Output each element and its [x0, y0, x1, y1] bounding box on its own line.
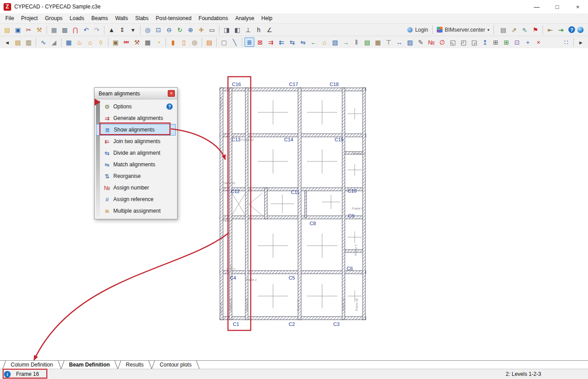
image-grid-icon[interactable]: ▦ — [49, 25, 59, 34]
minimize-button[interactable]: — — [526, 0, 547, 13]
column-tool2-icon[interactable]: ▯ — [179, 37, 189, 47]
dialog-item-join-two-alignments[interactable]: ⇇Join two alignments — [96, 136, 176, 147]
tools-icon[interactable]: ⚒ — [34, 25, 44, 34]
pan-hand-icon[interactable]: ✚ — [196, 25, 206, 34]
web-globe-icon[interactable] — [577, 27, 584, 33]
fire-resistance-icon[interactable]: ♨ — [75, 37, 84, 47]
dialog-item-reorganise[interactable]: ⇅Reorganise — [96, 170, 176, 182]
divide-alignment-icon[interactable]: ⇆ — [287, 37, 297, 47]
no-entry-icon[interactable]: ∅ — [437, 37, 447, 47]
move-updown-icon[interactable]: ⇕ — [117, 25, 127, 34]
help-icon[interactable]: ? — [568, 26, 575, 33]
drawings-book-icon[interactable]: ▥ — [24, 37, 33, 47]
edit-text-icon[interactable]: ✎ — [416, 37, 426, 47]
save-file-icon[interactable]: ▣ — [13, 25, 23, 34]
menu-file[interactable]: File — [2, 13, 17, 24]
zoom-out-icon[interactable]: ⊖ — [164, 25, 174, 34]
match-alignments-icon[interactable]: ⇋ — [298, 37, 308, 47]
box-grid-icon[interactable]: ⊞ — [491, 37, 501, 47]
dialog-title-bar[interactable]: Beam alignments × — [95, 88, 177, 99]
add-icon[interactable]: + — [523, 37, 533, 47]
tables-icon[interactable]: ▦ — [64, 37, 74, 47]
dialog-item-show-alignments[interactable]: ≣Show alignments — [96, 124, 176, 136]
menu-help[interactable]: Help — [258, 13, 276, 24]
zoom-window-icon[interactable]: ⊡ — [153, 25, 163, 34]
beam-definition-icon[interactable]: ≣ — [244, 37, 254, 47]
menu-groups[interactable]: Groups — [41, 13, 66, 24]
box-green-icon[interactable]: ⊞ — [501, 37, 511, 47]
drawing-canvas[interactable] — [0, 48, 588, 360]
login-button[interactable]: Login — [415, 27, 428, 33]
view-pages2-icon[interactable]: ◰ — [459, 37, 468, 47]
scroll-right-icon[interactable]: ▸ — [576, 37, 586, 47]
join-alignments-icon[interactable]: ⇇ — [277, 37, 286, 47]
dialog-item-generate-alignments[interactable]: ⇉Generate alignments — [96, 112, 176, 124]
angle-icon[interactable]: ∠ — [265, 25, 274, 34]
menu-slabs[interactable]: Slabs — [132, 13, 152, 24]
views-photo-icon[interactable]: ◨ — [222, 25, 232, 34]
redo-icon[interactable]: ↷ — [92, 25, 102, 34]
tab-beam-definition[interactable]: Beam Definition — [61, 361, 118, 369]
export-job-icon[interactable]: ⇗ — [509, 25, 519, 34]
assign-number-icon[interactable]: № — [427, 37, 436, 47]
dimension-icon[interactable]: ↔ — [394, 37, 404, 47]
magnet-icon[interactable]: ⋂ — [70, 25, 80, 34]
auger-icon[interactable]: ⚒ — [132, 37, 142, 47]
sync-import-icon[interactable]: ⇤ — [545, 25, 555, 34]
close-button[interactable]: × — [567, 0, 588, 13]
marker-up-icon[interactable]: ▲ — [107, 25, 116, 34]
polyline-icon[interactable]: ∿ — [38, 37, 48, 47]
info-icon[interactable]: i — [4, 371, 11, 378]
bimserver-caret-icon[interactable]: ▾ — [487, 28, 489, 32]
tab-column-definition[interactable]: Column Definition — [3, 361, 61, 369]
views-photo2-icon[interactable]: ◧ — [232, 25, 242, 34]
open-file-icon[interactable]: ▤ — [2, 25, 12, 34]
redraw-icon[interactable]: ↻ — [175, 25, 185, 34]
tsquare-icon[interactable]: ⊤ — [384, 37, 393, 47]
building-icon[interactable]: ⌂ — [85, 37, 95, 47]
zoom-reference-icon[interactable]: ◎ — [143, 25, 153, 34]
maximize-button[interactable]: □ — [547, 0, 567, 13]
edit-building-icon[interactable]: ⌂ — [319, 37, 329, 47]
generate-alignments-icon[interactable]: ⇉ — [266, 37, 276, 47]
menu-foundations[interactable]: Foundations — [195, 13, 232, 24]
report-icon[interactable]: ▤ — [204, 37, 214, 47]
ring-icon[interactable]: ◎ — [190, 37, 199, 47]
dialog-item-divide-an-alignment[interactable]: ⇆Divide an alignment — [96, 147, 176, 159]
box-3d-icon[interactable]: ▣ — [111, 37, 120, 47]
delete-icon[interactable]: × — [534, 37, 543, 47]
dropdown-arrow-icon[interactable]: ▾ — [128, 25, 138, 34]
frames-grid2-icon[interactable]: ▦ — [373, 37, 383, 47]
menu-project[interactable]: Project — [17, 13, 41, 24]
diagonal-line-icon[interactable]: ╲ — [230, 37, 240, 47]
dialog-item-multiple-assignment[interactable]: ≋Multiple assignment — [96, 205, 176, 217]
box-purple-icon[interactable]: ⊡ — [512, 37, 522, 47]
delete-beam-icon[interactable]: ⊠ — [255, 37, 265, 47]
bimserver-button[interactable]: BIMserver.center — [445, 27, 485, 33]
menu-post-tensioned[interactable]: Post-tensioned — [152, 13, 195, 24]
menu-analyse[interactable]: Analyse — [232, 13, 258, 24]
tab-results[interactable]: Results — [118, 361, 152, 369]
raise-icon[interactable]: ↥ — [480, 37, 490, 47]
printer-icon[interactable]: ▤ — [498, 25, 508, 34]
assign-right-icon[interactable]: → — [341, 37, 351, 47]
dialog-item-assign-reference[interactable]: #Assign reference — [96, 194, 176, 205]
layer-sheet-icon[interactable]: ▤ — [13, 37, 23, 47]
grid-edit-icon[interactable]: ▩ — [60, 25, 70, 34]
components-grid-icon[interactable]: ∷ — [561, 37, 571, 47]
slope-icon[interactable]: ◢ — [49, 37, 59, 47]
menu-beams[interactable]: Beams — [88, 13, 112, 24]
tab-contour-plots[interactable]: Contour plots — [152, 361, 199, 369]
parallel-icon[interactable]: ‖ — [352, 37, 361, 47]
scroll-left-icon[interactable]: ◂ — [2, 37, 12, 47]
dialog-item-match-alignments[interactable]: ⇋Match alignments — [96, 159, 176, 170]
dialog-item-assign-number[interactable]: №Assign number — [96, 182, 176, 194]
assign-left-icon[interactable]: ← — [309, 37, 319, 47]
dialog-close-icon[interactable]: × — [168, 90, 175, 97]
dialog-item-options[interactable]: ⚙Options? — [96, 101, 176, 112]
frames-grid-icon[interactable]: ▤ — [362, 37, 372, 47]
scissors-icon[interactable]: ✂ — [24, 25, 33, 34]
view-pages-icon[interactable]: ◱ — [448, 37, 458, 47]
column-tool-icon[interactable]: ▮ — [168, 37, 178, 47]
zoom-in-icon[interactable]: ⊕ — [186, 25, 195, 34]
